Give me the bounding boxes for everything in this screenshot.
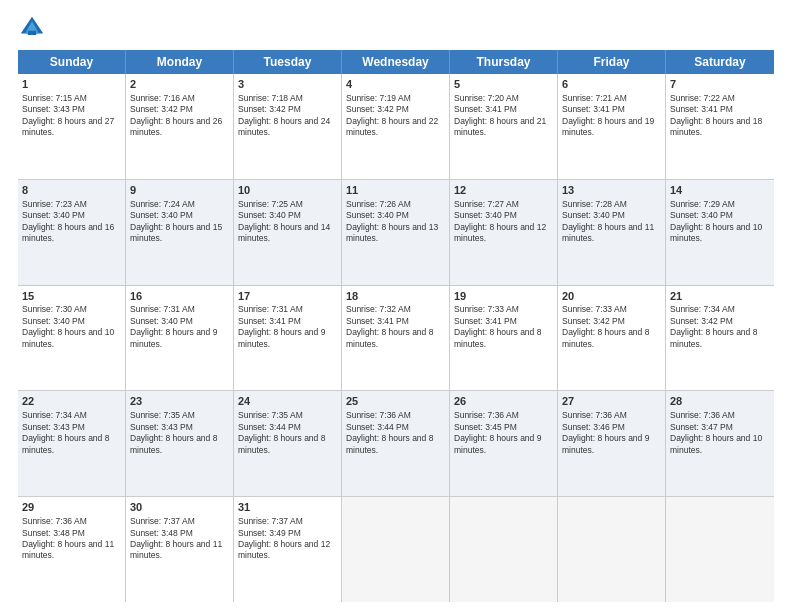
calendar-cell: 1 Sunrise: 7:15 AM Sunset: 3:43 PM Dayli… [18, 74, 126, 179]
calendar-cell: 3 Sunrise: 7:18 AM Sunset: 3:42 PM Dayli… [234, 74, 342, 179]
sunrise-label: Sunrise: 7:34 AM [22, 410, 87, 420]
daylight-label: Daylight: 8 hours and 26 minutes. [130, 116, 222, 137]
header-day-saturday: Saturday [666, 50, 774, 74]
logo-icon [18, 14, 46, 42]
daylight-label: Daylight: 8 hours and 15 minutes. [130, 222, 222, 243]
day-number: 25 [346, 394, 445, 409]
day-number: 27 [562, 394, 661, 409]
calendar-cell: 16 Sunrise: 7:31 AM Sunset: 3:40 PM Dayl… [126, 286, 234, 391]
sunrise-label: Sunrise: 7:23 AM [22, 199, 87, 209]
day-number: 2 [130, 77, 229, 92]
calendar-cell: 6 Sunrise: 7:21 AM Sunset: 3:41 PM Dayli… [558, 74, 666, 179]
sunrise-label: Sunrise: 7:35 AM [130, 410, 195, 420]
daylight-label: Daylight: 8 hours and 27 minutes. [22, 116, 114, 137]
day-number: 31 [238, 500, 337, 515]
sunrise-label: Sunrise: 7:16 AM [130, 93, 195, 103]
day-number: 28 [670, 394, 770, 409]
sunrise-label: Sunrise: 7:30 AM [22, 304, 87, 314]
calendar-week-4: 22 Sunrise: 7:34 AM Sunset: 3:43 PM Dayl… [18, 391, 774, 497]
day-number: 5 [454, 77, 553, 92]
calendar-cell: 10 Sunrise: 7:25 AM Sunset: 3:40 PM Dayl… [234, 180, 342, 285]
header-day-tuesday: Tuesday [234, 50, 342, 74]
sunset-label: Sunset: 3:43 PM [22, 422, 85, 432]
sunset-label: Sunset: 3:43 PM [130, 422, 193, 432]
calendar-cell: 15 Sunrise: 7:30 AM Sunset: 3:40 PM Dayl… [18, 286, 126, 391]
day-number: 4 [346, 77, 445, 92]
day-number: 22 [22, 394, 121, 409]
sunset-label: Sunset: 3:42 PM [670, 316, 733, 326]
daylight-label: Daylight: 8 hours and 16 minutes. [22, 222, 114, 243]
sunrise-label: Sunrise: 7:31 AM [130, 304, 195, 314]
header-day-wednesday: Wednesday [342, 50, 450, 74]
day-number: 10 [238, 183, 337, 198]
sunrise-label: Sunrise: 7:35 AM [238, 410, 303, 420]
sunset-label: Sunset: 3:49 PM [238, 528, 301, 538]
calendar-cell: 19 Sunrise: 7:33 AM Sunset: 3:41 PM Dayl… [450, 286, 558, 391]
calendar-week-1: 1 Sunrise: 7:15 AM Sunset: 3:43 PM Dayli… [18, 74, 774, 180]
sunset-label: Sunset: 3:40 PM [238, 210, 301, 220]
day-number: 16 [130, 289, 229, 304]
sunrise-label: Sunrise: 7:32 AM [346, 304, 411, 314]
sunrise-label: Sunrise: 7:15 AM [22, 93, 87, 103]
sunrise-label: Sunrise: 7:27 AM [454, 199, 519, 209]
calendar-cell: 21 Sunrise: 7:34 AM Sunset: 3:42 PM Dayl… [666, 286, 774, 391]
sunset-label: Sunset: 3:48 PM [22, 528, 85, 538]
calendar-cell: 27 Sunrise: 7:36 AM Sunset: 3:46 PM Dayl… [558, 391, 666, 496]
calendar-cell: 12 Sunrise: 7:27 AM Sunset: 3:40 PM Dayl… [450, 180, 558, 285]
daylight-label: Daylight: 8 hours and 10 minutes. [670, 222, 762, 243]
sunrise-label: Sunrise: 7:19 AM [346, 93, 411, 103]
sunset-label: Sunset: 3:42 PM [562, 316, 625, 326]
sunrise-label: Sunrise: 7:37 AM [130, 516, 195, 526]
day-number: 13 [562, 183, 661, 198]
sunrise-label: Sunrise: 7:37 AM [238, 516, 303, 526]
sunrise-label: Sunrise: 7:36 AM [346, 410, 411, 420]
header-day-monday: Monday [126, 50, 234, 74]
calendar-cell: 13 Sunrise: 7:28 AM Sunset: 3:40 PM Dayl… [558, 180, 666, 285]
daylight-label: Daylight: 8 hours and 8 minutes. [346, 433, 433, 454]
header-day-thursday: Thursday [450, 50, 558, 74]
calendar: SundayMondayTuesdayWednesdayThursdayFrid… [18, 50, 774, 602]
calendar-cell: 28 Sunrise: 7:36 AM Sunset: 3:47 PM Dayl… [666, 391, 774, 496]
calendar-cell: 29 Sunrise: 7:36 AM Sunset: 3:48 PM Dayl… [18, 497, 126, 602]
day-number: 14 [670, 183, 770, 198]
sunset-label: Sunset: 3:44 PM [346, 422, 409, 432]
calendar-week-5: 29 Sunrise: 7:36 AM Sunset: 3:48 PM Dayl… [18, 497, 774, 602]
calendar-week-3: 15 Sunrise: 7:30 AM Sunset: 3:40 PM Dayl… [18, 286, 774, 392]
sunset-label: Sunset: 3:46 PM [562, 422, 625, 432]
day-number: 19 [454, 289, 553, 304]
day-number: 8 [22, 183, 121, 198]
sunrise-label: Sunrise: 7:33 AM [454, 304, 519, 314]
calendar-cell: 26 Sunrise: 7:36 AM Sunset: 3:45 PM Dayl… [450, 391, 558, 496]
calendar-body: 1 Sunrise: 7:15 AM Sunset: 3:43 PM Dayli… [18, 74, 774, 602]
daylight-label: Daylight: 8 hours and 8 minutes. [562, 327, 649, 348]
sunrise-label: Sunrise: 7:21 AM [562, 93, 627, 103]
calendar-cell: 8 Sunrise: 7:23 AM Sunset: 3:40 PM Dayli… [18, 180, 126, 285]
sunset-label: Sunset: 3:41 PM [562, 104, 625, 114]
calendar-cell: 9 Sunrise: 7:24 AM Sunset: 3:40 PM Dayli… [126, 180, 234, 285]
header [18, 14, 774, 42]
sunset-label: Sunset: 3:47 PM [670, 422, 733, 432]
sunrise-label: Sunrise: 7:33 AM [562, 304, 627, 314]
daylight-label: Daylight: 8 hours and 12 minutes. [238, 539, 330, 560]
sunrise-label: Sunrise: 7:36 AM [562, 410, 627, 420]
calendar-cell: 17 Sunrise: 7:31 AM Sunset: 3:41 PM Dayl… [234, 286, 342, 391]
daylight-label: Daylight: 8 hours and 18 minutes. [670, 116, 762, 137]
day-number: 7 [670, 77, 770, 92]
sunset-label: Sunset: 3:41 PM [454, 104, 517, 114]
day-number: 18 [346, 289, 445, 304]
day-number: 9 [130, 183, 229, 198]
calendar-cell [558, 497, 666, 602]
calendar-cell: 22 Sunrise: 7:34 AM Sunset: 3:43 PM Dayl… [18, 391, 126, 496]
sunrise-label: Sunrise: 7:26 AM [346, 199, 411, 209]
daylight-label: Daylight: 8 hours and 8 minutes. [130, 433, 217, 454]
day-number: 3 [238, 77, 337, 92]
sunset-label: Sunset: 3:41 PM [238, 316, 301, 326]
sunset-label: Sunset: 3:44 PM [238, 422, 301, 432]
day-number: 30 [130, 500, 229, 515]
daylight-label: Daylight: 8 hours and 8 minutes. [22, 433, 109, 454]
daylight-label: Daylight: 8 hours and 8 minutes. [454, 327, 541, 348]
daylight-label: Daylight: 8 hours and 9 minutes. [562, 433, 649, 454]
sunrise-label: Sunrise: 7:29 AM [670, 199, 735, 209]
sunrise-label: Sunrise: 7:36 AM [670, 410, 735, 420]
daylight-label: Daylight: 8 hours and 9 minutes. [238, 327, 325, 348]
